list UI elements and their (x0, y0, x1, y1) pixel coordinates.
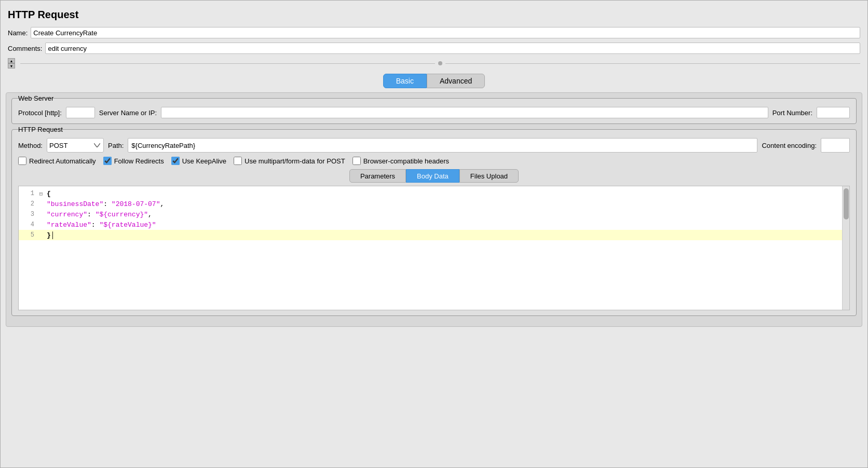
multipart-item: Use multipart/form-data for POST (234, 157, 345, 165)
http-request-legend: HTTP Request (16, 126, 65, 133)
tab-files-upload[interactable]: Files Upload (459, 169, 519, 183)
browser-compat-item: Browser-compatible headers (352, 157, 449, 165)
redirect-auto-label: Redirect Automatically (29, 157, 96, 165)
line-num-3: 3 (19, 209, 37, 219)
server-label: Server Name or IP: (99, 109, 157, 117)
method-path-row: Method: POST GET PUT DELETE PATCH HEAD O… (18, 138, 850, 153)
name-input[interactable] (31, 27, 860, 38)
path-input[interactable] (128, 138, 757, 153)
line-num-2: 2 (19, 199, 37, 209)
method-label: Method: (18, 142, 43, 149)
follow-redirects-item: Follow Redirects (103, 157, 164, 165)
keepalive-checkbox[interactable] (171, 157, 180, 165)
code-line-4: 4 "rateValue": "${rateValue}" (19, 219, 849, 230)
line-num-1: 1 (19, 188, 37, 199)
line-num-5: 5 (19, 230, 37, 240)
scroll-thumb[interactable] (844, 188, 849, 219)
divider-line (20, 63, 435, 64)
divider-row: ▲ ▼ (1, 56, 867, 71)
line-content-4: "rateValue": "${rateValue}" (45, 219, 849, 230)
arrow-buttons: ▲ ▼ (8, 58, 15, 68)
resize-handle[interactable] (438, 61, 442, 65)
http-request-window: HTTP Request Name: Comments: ▲ ▼ Basic A… (0, 0, 868, 468)
web-server-row: Protocol [http]: Server Name or IP: Port… (18, 107, 850, 118)
comments-label: Comments: (8, 45, 42, 52)
comments-input[interactable] (45, 43, 860, 54)
comments-row: Comments: (1, 40, 867, 56)
browser-compat-label: Browser-compatible headers (363, 157, 449, 165)
tab-basic[interactable]: Basic (383, 74, 427, 88)
encoding-label: Content encoding: (762, 142, 817, 149)
encoding-input[interactable] (821, 138, 850, 153)
tab-parameters[interactable]: Parameters (349, 169, 406, 183)
divider-line-2 (445, 63, 860, 64)
name-label: Name: (8, 29, 28, 37)
keepalive-label: Use KeepAlive (182, 157, 226, 165)
checkboxes-row: Redirect Automatically Follow Redirects … (18, 157, 850, 165)
multipart-label: Use multipart/form-data for POST (245, 157, 345, 165)
scrollbar[interactable] (842, 186, 849, 310)
line-content-3: "currency": "${currency}", (45, 209, 849, 219)
line-toggle-1[interactable]: ⊟ (37, 188, 45, 199)
follow-redirects-label: Follow Redirects (114, 157, 164, 165)
code-lines: 1 ⊟ { 2 "businessDate": "2018-07-07", 3 (19, 186, 849, 242)
line-toggle-2 (37, 199, 45, 209)
redirect-auto-item: Redirect Automatically (18, 157, 96, 165)
protocol-input[interactable] (66, 107, 95, 118)
line-toggle-5 (37, 230, 45, 240)
tab-body-data[interactable]: Body Data (406, 169, 459, 183)
path-label: Path: (108, 142, 124, 149)
port-input[interactable] (817, 107, 850, 118)
web-server-legend: Web Server (16, 94, 56, 102)
arrow-up-button[interactable]: ▲ (8, 58, 15, 63)
main-tab-bar: Basic Advanced (1, 71, 867, 92)
keepalive-item: Use KeepAlive (171, 157, 226, 165)
port-label: Port Number: (772, 109, 812, 117)
line-content-2: "businessDate": "2018-07-07", (45, 199, 849, 209)
line-toggle-4 (37, 219, 45, 230)
redirect-auto-checkbox[interactable] (18, 157, 26, 165)
code-editor[interactable]: 1 ⊟ { 2 "businessDate": "2018-07-07", 3 (18, 186, 850, 310)
line-num-4: 4 (19, 219, 37, 230)
line-content-1: { (45, 188, 849, 199)
code-line-1: 1 ⊟ { (19, 188, 849, 199)
server-input[interactable] (161, 107, 768, 118)
arrow-down-button[interactable]: ▼ (8, 63, 15, 68)
line-toggle-3 (37, 209, 45, 219)
sub-tab-bar: Parameters Body Data Files Upload (18, 169, 850, 183)
http-request-group: HTTP Request Method: POST GET PUT DELETE… (11, 129, 857, 316)
protocol-label: Protocol [http]: (18, 109, 62, 117)
multipart-checkbox[interactable] (234, 157, 242, 165)
follow-redirects-checkbox[interactable] (103, 157, 112, 165)
web-server-group: Web Server Protocol [http]: Server Name … (11, 98, 857, 124)
code-line-5: 5 }│ (19, 230, 849, 240)
tab-advanced[interactable]: Advanced (427, 74, 485, 88)
name-row: Name: (1, 25, 867, 40)
method-select[interactable]: POST GET PUT DELETE PATCH HEAD OPTIONS (47, 138, 104, 153)
code-line-3: 3 "currency": "${currency}", (19, 209, 849, 219)
code-line-2: 2 "businessDate": "2018-07-07", (19, 199, 849, 209)
browser-compat-checkbox[interactable] (352, 157, 361, 165)
content-area: Web Server Protocol [http]: Server Name … (6, 92, 862, 327)
window-title: HTTP Request (1, 6, 867, 25)
line-content-5: }│ (45, 230, 849, 240)
